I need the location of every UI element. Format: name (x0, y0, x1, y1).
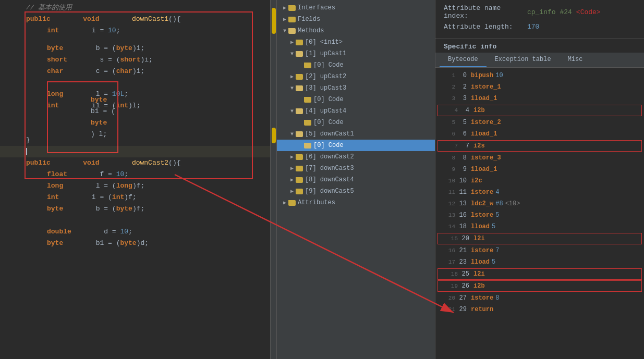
bytecode-row: 66iload_1 (435, 128, 644, 140)
label-upcast3: [3] upCast3 (305, 84, 346, 92)
bc-instr: l2i (473, 270, 485, 278)
label-downcast4: [8] downCast4 (305, 176, 354, 183)
var-c: c = ( (96, 66, 116, 77)
bytecode-row: 88istore_3 (435, 152, 644, 164)
bytecode-row: 1723lload5 (435, 256, 644, 268)
folder-icon-downcast2 (296, 154, 303, 160)
tree-item-methods[interactable]: Methods (277, 25, 435, 36)
tree-item-upcast3[interactable]: [3] upCast3 (277, 82, 435, 94)
bc-idx: 5 (440, 119, 455, 126)
left-panel-scrollbar[interactable] (270, 0, 276, 359)
bytecode-table[interactable]: 10bipush1022istore_133iload_144i2b55isto… (435, 68, 644, 359)
tree-item-downcast2[interactable]: [6] downCast2 (277, 151, 435, 163)
bytecode-row: 1621istore7 (435, 245, 644, 256)
tree-item-downcast4[interactable]: [8] downCast4 (277, 174, 435, 185)
blank-4 (0, 215, 276, 226)
bc-comment: <10> (505, 200, 520, 207)
arrow-upcast1 (288, 51, 296, 57)
bc-offset: 9 (455, 166, 471, 173)
tree-item-code-uc3[interactable]: [0] Code (277, 94, 435, 105)
bc-offset: 29 (455, 306, 471, 313)
brace-close: } (26, 134, 30, 146)
tree-item-downcast1[interactable]: [5] downCast1 (277, 128, 435, 140)
castclose6: )f; (124, 192, 136, 203)
tab-exception[interactable]: Exception table (487, 53, 560, 67)
tree-item-downcast3[interactable]: [7] downCast3 (277, 163, 435, 174)
var-f: f = (100, 169, 116, 180)
label-code-uc1: [0] Code (313, 61, 344, 69)
folder-icon-code-dc1 (304, 143, 311, 148)
tree-item-upcast1[interactable]: [1] upCast1 (277, 48, 435, 59)
tree-content: Interfaces Fields Methods [0] (277, 0, 435, 211)
bc-offset: 3 (455, 95, 471, 102)
tree-item-upcast4[interactable]: [4] upCast4 (277, 105, 435, 117)
bc-idx: 18 (442, 271, 458, 277)
tab-misc[interactable]: Misc (560, 53, 591, 67)
bytecode-row: 2027istore8 (435, 292, 644, 304)
type-byte3: byte (47, 203, 63, 215)
bc-idx: 10 (440, 178, 455, 184)
attr-name-green: cp_info #24 (527, 8, 572, 16)
arrow-interfaces (281, 5, 288, 11)
label-init: [0] <init> (305, 39, 343, 46)
arrow-init (288, 39, 296, 45)
code-line-5: char c = ( char )i; (0, 66, 276, 77)
folder-icon-upcast4 (296, 108, 303, 114)
tree-item-code-uc4[interactable]: [0] Code (277, 117, 435, 128)
folder-icon-upcast3 (296, 85, 303, 91)
bc-offset: 2 (455, 83, 471, 91)
type-byte4: byte (47, 238, 63, 249)
label-attributes: Attributes (298, 199, 335, 206)
paren-open2: (){ (168, 157, 180, 169)
bc-offset: 25 (458, 270, 473, 278)
tree-item-fields[interactable]: Fields (277, 14, 435, 25)
tree-item-interfaces[interactable]: Interfaces (277, 2, 435, 14)
tree-item-init[interactable]: [0] <init> (277, 36, 435, 48)
bytecode-row: 1825l2i (438, 268, 642, 280)
bytecode-row: 1926i2b (438, 280, 642, 292)
folder-icon-interfaces (288, 5, 296, 11)
bytecode-row: 22istore_1 (435, 81, 644, 93)
bc-offset: 20 (458, 235, 473, 242)
code-line-cursor (0, 146, 276, 157)
bc-instr: i2s (473, 142, 485, 150)
bc-operand: 5 (495, 212, 499, 219)
attr-length-label: Attribute length: (444, 23, 527, 31)
var-b1d: b1 = ( (96, 238, 120, 249)
tree-item-code-dc1[interactable]: [0] Code (277, 140, 435, 151)
tree-item-attributes[interactable]: Attributes (277, 197, 435, 208)
scrollbar-thumb-1 (272, 8, 276, 34)
folder-icon-attributes (288, 200, 296, 206)
label-interfaces: Interfaces (298, 4, 335, 11)
arrow-downcast4 (288, 177, 296, 183)
bc-instr: lload (471, 258, 490, 266)
label-fields: Fields (298, 16, 320, 23)
specific-info-label: Specific info (435, 39, 644, 53)
bc-offset: 27 (455, 294, 471, 302)
arrow-downcast5 (288, 188, 296, 194)
folder-icon-init (296, 40, 303, 45)
bc-operand: 7 (495, 247, 499, 254)
bc-idx: 20 (440, 295, 455, 301)
bc-instr: ldc2_w (471, 200, 493, 207)
bc-offset: 4 (458, 107, 473, 114)
tree-item-downcast5[interactable]: [9] downCast5 (277, 185, 435, 197)
arrow-downcast3 (288, 165, 296, 171)
cast-byte4: byte (120, 238, 136, 249)
semicolon: ; (116, 25, 120, 36)
tree-item-code-uc1[interactable]: [0] Code (277, 59, 435, 71)
tree-item-upcast2[interactable]: [2] upCast2 (277, 71, 435, 82)
folder-icon-upcast1 (296, 51, 303, 57)
bytecode-row: 1213ldc2_w#8<10> (435, 198, 644, 209)
bc-instr: l2i (473, 235, 485, 242)
tab-bytecode[interactable]: Bytecode (440, 53, 487, 67)
arrow-methods (281, 28, 288, 34)
bc-instr: istore_2 (471, 119, 501, 126)
cursor (26, 148, 27, 155)
bytecode-row: 33iload_1 (435, 93, 644, 104)
cast-char: char (116, 66, 132, 77)
bytecode-row: 55istore_2 (435, 117, 644, 128)
var-s: s = ( (100, 54, 120, 66)
bytecode-row: 2129return (435, 304, 644, 315)
bc-operand: 10 (495, 72, 503, 79)
